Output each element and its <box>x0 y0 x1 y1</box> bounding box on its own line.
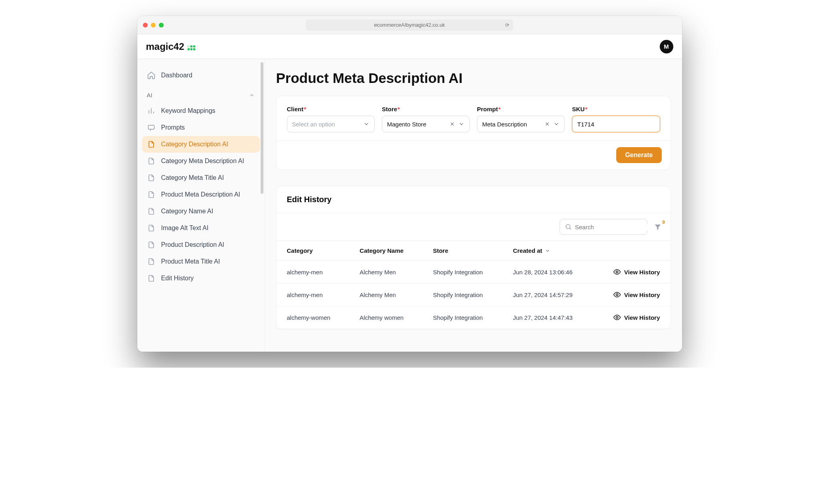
cell-store: Shopify Integration <box>423 284 503 306</box>
sidebar-item-keyword-mappings[interactable]: Keyword Mappings <box>142 102 260 119</box>
app-header: magic42 M <box>137 34 682 59</box>
sidebar-item-product-description-ai[interactable]: Product Description AI <box>142 236 260 253</box>
client-label: Client <box>287 106 304 112</box>
sku-input[interactable] <box>577 121 655 128</box>
clear-icon[interactable] <box>544 121 550 127</box>
column-header[interactable]: Category Name <box>349 241 423 261</box>
avatar[interactable]: M <box>660 40 673 53</box>
cell-created: Jun 28, 2024 13:06:46 <box>502 261 593 284</box>
sidebar-item-label: Dashboard <box>161 72 192 79</box>
chevron-down-icon <box>458 121 465 127</box>
sidebar: Dashboard AI Keyword MappingsPromptsCate… <box>137 59 265 352</box>
sidebar-item-category-meta-description-ai[interactable]: Category Meta Description AI <box>142 153 260 169</box>
cell-store: Shopify Integration <box>423 261 503 284</box>
field-store: Store* Magento Store <box>382 106 470 132</box>
cell-category: alchemy-men <box>277 261 350 284</box>
cell-created: Jun 27, 2024 14:57:29 <box>502 284 593 306</box>
svg-point-2 <box>616 271 618 273</box>
search-icon <box>565 223 572 230</box>
logo-text: magic42 <box>146 41 184 52</box>
column-header[interactable]: Store <box>423 241 503 261</box>
sidebar-section-ai[interactable]: AI <box>142 84 260 102</box>
sidebar-item-label: Edit History <box>161 275 194 282</box>
prompt-select[interactable]: Meta Description <box>477 116 565 132</box>
eye-icon <box>613 268 621 276</box>
sidebar-item-edit-history[interactable]: Edit History <box>142 270 260 287</box>
sidebar-item-label: Product Meta Title AI <box>161 258 220 265</box>
sidebar-item-label: Category Name AI <box>161 208 214 215</box>
sidebar-item-label: Category Meta Description AI <box>161 158 244 165</box>
eye-icon <box>613 313 621 321</box>
sidebar-item-label: Category Meta Title AI <box>161 174 224 181</box>
required-mark: * <box>398 106 400 112</box>
maximize-window-icon[interactable] <box>159 23 164 28</box>
chat-icon <box>147 123 156 132</box>
sidebar-item-category-description-ai[interactable]: Category Description AI <box>142 136 260 153</box>
required-mark: * <box>585 106 588 112</box>
traffic-lights[interactable] <box>143 23 164 28</box>
prompt-label: Prompt <box>477 106 498 112</box>
reload-icon[interactable]: ⟳ <box>505 22 509 28</box>
store-select[interactable]: Magento Store <box>382 116 470 132</box>
store-label: Store <box>382 106 397 112</box>
sort-desc-icon <box>545 248 550 254</box>
sidebar-item-label: Product Meta Description AI <box>161 191 240 198</box>
doc-icon <box>147 190 156 199</box>
view-history-button[interactable]: View History <box>604 291 660 299</box>
address-bar[interactable]: ecommerceAIbymagic42.co.uk ⟳ <box>306 20 513 31</box>
table-row: alchemy-menAlchemy MenShopify Integratio… <box>277 284 671 306</box>
url-text: ecommerceAIbymagic42.co.uk <box>374 22 445 28</box>
bars-icon <box>147 106 156 115</box>
cell-store: Shopify Integration <box>423 306 503 329</box>
sidebar-item-category-name-ai[interactable]: Category Name AI <box>142 203 260 220</box>
sidebar-item-product-meta-description-ai[interactable]: Product Meta Description AI <box>142 186 260 203</box>
doc-icon <box>147 157 156 165</box>
scrollbar-thumb[interactable] <box>261 62 263 194</box>
column-header[interactable]: Created at <box>502 241 593 261</box>
cell-category: alchemy-men <box>277 284 350 306</box>
svg-point-3 <box>616 294 618 296</box>
close-window-icon[interactable] <box>143 23 148 28</box>
sidebar-item-category-meta-title-ai[interactable]: Category Meta Title AI <box>142 169 260 186</box>
column-header[interactable] <box>593 241 670 261</box>
sidebar-item-image-alt-text-ai[interactable]: Image Alt Text AI <box>142 220 260 236</box>
logo-dots-icon <box>188 45 195 50</box>
sku-input-wrapper[interactable] <box>572 116 660 132</box>
table-row: alchemy-menAlchemy MenShopify Integratio… <box>277 261 671 284</box>
sidebar-item-prompts[interactable]: Prompts <box>142 119 260 136</box>
logo[interactable]: magic42 <box>146 41 195 52</box>
generate-button[interactable]: Generate <box>616 147 661 163</box>
search-input-wrapper[interactable] <box>560 219 647 235</box>
clear-icon[interactable] <box>449 121 455 127</box>
cell-category: alchemy-women <box>277 306 350 329</box>
doc-icon <box>147 257 156 266</box>
doc-icon <box>147 274 156 283</box>
sidebar-item-product-meta-title-ai[interactable]: Product Meta Title AI <box>142 253 260 270</box>
field-prompt: Prompt* Meta Description <box>477 106 565 132</box>
sidebar-item-label: Image Alt Text AI <box>161 224 209 232</box>
page-title: Product Meta Description AI <box>276 70 671 86</box>
chevron-down-icon <box>363 121 370 127</box>
cell-category-name: Alchemy Men <box>349 284 423 306</box>
filter-count: 0 <box>662 220 665 224</box>
doc-icon <box>147 207 156 216</box>
sidebar-section-label: AI <box>147 92 152 98</box>
sidebar-item-label: Prompts <box>161 124 185 131</box>
client-select[interactable]: Select an option <box>287 116 375 132</box>
view-history-button[interactable]: View History <box>604 268 660 276</box>
cell-category-name: Alchemy women <box>349 306 423 329</box>
filter-button[interactable]: 0 <box>654 223 662 231</box>
column-header[interactable]: Category <box>277 241 350 261</box>
filter-icon <box>654 223 662 231</box>
sidebar-item-label: Category Description AI <box>161 141 228 148</box>
view-history-button[interactable]: View History <box>604 313 660 321</box>
minimize-window-icon[interactable] <box>151 23 156 28</box>
avatar-initial: M <box>664 43 669 50</box>
sidebar-item-label: Product Description AI <box>161 241 224 248</box>
search-input[interactable] <box>575 224 651 230</box>
sidebar-item-dashboard[interactable]: Dashboard <box>142 67 260 84</box>
browser-window: ecommerceAIbymagic42.co.uk ⟳ magic42 M D… <box>137 16 682 352</box>
chevron-up-icon <box>249 92 255 98</box>
history-table: CategoryCategory NameStoreCreated at alc… <box>277 241 671 329</box>
browser-titlebar: ecommerceAIbymagic42.co.uk ⟳ <box>137 16 682 34</box>
